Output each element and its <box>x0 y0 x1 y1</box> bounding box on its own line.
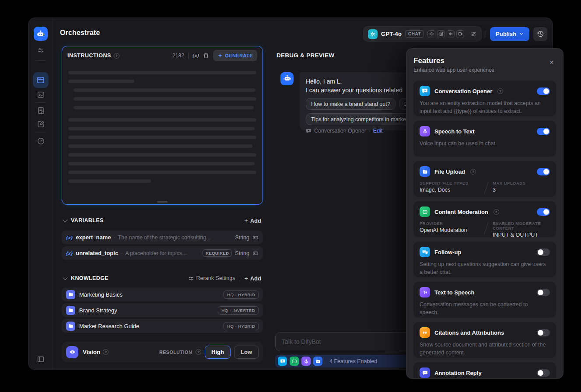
text-to-speech-icon <box>420 287 430 298</box>
desktop: { "glyphs": { "help": "?", "close": "×",… <box>0 0 581 392</box>
add-variable-button[interactable]: +Add <box>245 217 261 224</box>
add-label: Add <box>250 217 261 224</box>
feature-card-citations: Citations and Attributions Show source d… <box>413 322 556 358</box>
sidebar-item-terminal[interactable] <box>36 90 45 99</box>
feature-card-file-upload: File Upload ? SUPPORT FILE TYPES Image, … <box>413 161 556 197</box>
variables-title: VARIABLES <box>71 217 104 224</box>
history-icon <box>537 30 544 38</box>
sidebar-item-logs[interactable] <box>36 106 45 115</box>
field-label: PROVIDER <box>420 221 480 226</box>
help-icon[interactable]: ? <box>196 349 201 355</box>
edit-opener-link[interactable]: Edit <box>373 128 383 134</box>
help-icon[interactable]: ? <box>494 209 499 215</box>
feature-name: Content Moderation <box>434 209 488 215</box>
app-logo[interactable] <box>34 27 48 41</box>
feature-toggle[interactable] <box>537 369 550 377</box>
instructions-skeleton <box>62 65 262 183</box>
feature-toggle[interactable] <box>537 329 550 336</box>
help-icon[interactable]: ? <box>470 169 476 175</box>
knowledge-badge: HQ · HYBRID <box>224 322 259 330</box>
speech-to-text-icon <box>420 126 430 136</box>
insert-variable-icon[interactable]: {x} <box>192 53 199 58</box>
feature-name: Citations and Attributions <box>434 329 504 336</box>
field-value: INPUT & OUTPUT <box>493 232 550 237</box>
field-value: OpenAI Moderation <box>420 227 480 233</box>
capability-audio-icon <box>447 30 455 38</box>
openai-icon <box>368 29 378 39</box>
folder-icon <box>66 306 75 315</box>
separator-dot: · <box>121 250 122 256</box>
collapse-sidebar-button[interactable] <box>36 355 45 364</box>
feature-card-content-moderation: Content Moderation ? PROVIDER OpenAI Mod… <box>413 201 556 237</box>
content-moderation-icon <box>420 206 430 217</box>
feature-toggle[interactable] <box>537 248 550 256</box>
instructions-panel[interactable]: INSTRUCTIONS ? 2182 {x} GENERATE <box>62 46 263 205</box>
help-icon[interactable]: ? <box>114 53 119 59</box>
help-icon[interactable]: ? <box>103 349 108 355</box>
conversation-opener-row: Conversation Opener · Edit <box>306 128 382 134</box>
knowledge-row[interactable]: Brand Strategy HQ · INVERTED <box>62 303 263 317</box>
close-icon[interactable]: × <box>547 58 556 67</box>
suggestion-chip[interactable]: Tips for analyzing competitors in market <box>306 113 413 125</box>
model-params-sliders-icon[interactable] <box>470 31 477 37</box>
slash-divider <box>484 182 488 195</box>
feature-name: Annotation Reply <box>434 370 482 376</box>
field-label: ENABLED MODERATE CONTENT <box>493 221 550 231</box>
feature-name: File Upload <box>434 168 465 175</box>
knowledge-badge: HQ · HYBRID <box>224 290 259 299</box>
generate-button[interactable]: GENERATE <box>213 50 257 61</box>
knowledge-name: Marketing Basics <box>79 291 122 298</box>
resolution-high-button[interactable]: High <box>205 346 231 359</box>
variable-row[interactable]: {x} unrelated_topic · A placeholder for … <box>62 246 263 260</box>
history-button[interactable] <box>533 27 547 41</box>
app-config-sliders-icon[interactable] <box>36 46 45 55</box>
vision-setting: Vision ? RESOLUTION ? High Low <box>62 342 263 362</box>
knowledge-name: Market Research Guide <box>79 323 139 329</box>
separator-dot: · <box>369 128 371 134</box>
model-selector[interactable]: GPT-4o CHAT <box>363 26 482 42</box>
help-icon[interactable]: ? <box>497 88 503 94</box>
feature-toggle[interactable] <box>537 289 550 296</box>
feature-card-text-to-speech: Text to Speech Conversation messages can… <box>413 282 556 318</box>
resize-handle[interactable] <box>157 201 168 203</box>
sidebar-item-orchestrate[interactable] <box>33 72 49 88</box>
variables-header: VARIABLES +Add <box>63 216 261 225</box>
feature-toggle[interactable] <box>537 208 550 216</box>
sidebar-item-monitoring[interactable] <box>36 136 45 145</box>
feature-toggle[interactable] <box>537 128 550 135</box>
rerank-settings-button[interactable]: Rerank Settings <box>188 275 235 281</box>
feature-toggle[interactable] <box>537 88 550 95</box>
suggestion-chip[interactable]: How to make a brand stand out? <box>306 98 396 110</box>
input-field-icon[interactable] <box>252 250 259 256</box>
instructions-title: INSTRUCTIONS <box>67 52 111 59</box>
instructions-header: INSTRUCTIONS ? 2182 {x} GENERATE <box>62 46 262 65</box>
copy-clipboard-icon[interactable] <box>203 52 209 59</box>
knowledge-name: Brand Strategy <box>79 307 117 314</box>
variable-name: unrelated_topic <box>76 250 118 256</box>
file-upload-icon <box>313 357 322 366</box>
variable-name: expert_name <box>76 234 111 241</box>
features-enabled-text: 4 Features Enabled <box>329 358 377 364</box>
knowledge-row[interactable]: Marketing Basics HQ · HYBRID <box>62 287 263 301</box>
input-field-icon[interactable] <box>252 234 259 241</box>
feature-desc: Voice input can be used in chat. <box>420 140 550 148</box>
resolution-low-button[interactable]: Low <box>234 346 259 359</box>
chevron-down-icon[interactable] <box>63 217 67 222</box>
sidebar <box>28 18 53 370</box>
variable-row[interactable]: {x} expert_name · The name of the strate… <box>62 231 263 244</box>
knowledge-row[interactable]: Market Research Guide HQ · HYBRID <box>62 319 263 333</box>
model-name: GPT-4o <box>381 31 402 37</box>
feature-toggle[interactable] <box>537 168 550 175</box>
field-label: MAX UPLOADS <box>493 181 525 186</box>
speech-to-text-icon <box>301 357 311 366</box>
add-knowledge-button[interactable]: +Add <box>245 275 261 282</box>
file-upload-icon <box>420 166 430 177</box>
feature-desc: Show source document and attributed sect… <box>420 341 550 357</box>
folder-icon <box>66 290 75 299</box>
follow-up-icon <box>420 247 430 257</box>
chevron-down-icon[interactable] <box>63 275 67 280</box>
publish-button[interactable]: Publish <box>490 27 529 41</box>
feature-name: Text to Speech <box>434 289 475 296</box>
sidebar-item-annotations[interactable] <box>36 119 45 128</box>
opener-label: Conversation Opener <box>314 128 366 134</box>
